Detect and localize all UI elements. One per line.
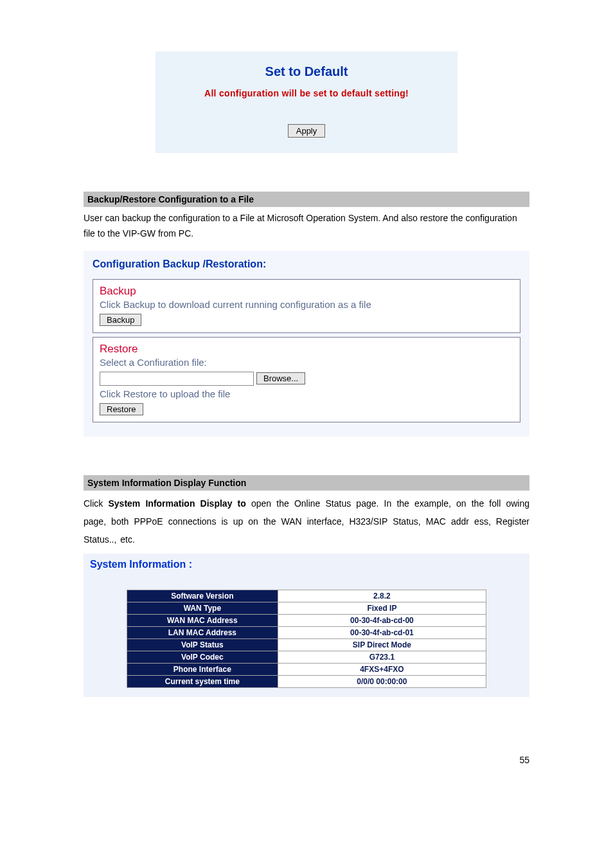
sysinfo-value: SIP Direct Mode xyxy=(278,638,486,651)
set-default-title: Set to Default xyxy=(168,64,445,79)
sysinfo-para-bold: System Information Display to xyxy=(109,498,246,509)
apply-button[interactable]: Apply xyxy=(288,124,326,138)
backup-title: Backup xyxy=(100,285,513,298)
table-row: VoIP CodecG723.1 xyxy=(127,651,486,663)
backup-button[interactable]: Backup xyxy=(100,314,141,326)
sysinfo-value: 4FXS+4FXO xyxy=(278,663,486,675)
sysinfo-key: Current system time xyxy=(127,675,278,687)
backup-restore-paragraph: User can backup the configuration to a F… xyxy=(84,211,529,242)
sysinfo-key: Software Version xyxy=(127,590,278,602)
sysinfo-value: G723.1 xyxy=(278,651,486,663)
sysinfo-key: WAN Type xyxy=(127,602,278,614)
restore-title: Restore xyxy=(100,343,513,356)
sysinfo-para-prefix: Click xyxy=(84,498,109,509)
table-row: WAN TypeFixed IP xyxy=(127,602,486,614)
restore-box: Restore Select a Confiuration file: Brow… xyxy=(93,337,520,422)
sysinfo-key: Phone Interface xyxy=(127,663,278,675)
backup-box: Backup Click Backup to download current … xyxy=(93,279,520,333)
sysinfo-key: LAN MAC Address xyxy=(127,626,278,638)
set-default-panel: Set to Default All configuration will be… xyxy=(155,51,458,153)
browse-button[interactable]: Browse... xyxy=(256,372,305,384)
backup-restore-panel-title: Configuration Backup /Restoration: xyxy=(93,258,520,270)
sysinfo-paragraph: Click System Information Display to open… xyxy=(84,494,529,548)
sysinfo-key: VoIP Status xyxy=(127,638,278,651)
restore-text: Select a Confiuration file: xyxy=(100,357,513,368)
sysinfo-table: Software Version2.8.2WAN TypeFixed IPWAN… xyxy=(127,590,486,688)
sysinfo-key: VoIP Codec xyxy=(127,651,278,663)
backup-restore-heading: Backup/Restore Configuration to a File xyxy=(84,192,529,207)
sysinfo-value: 2.8.2 xyxy=(278,590,486,602)
sysinfo-panel: System Information : Software Version2.8… xyxy=(84,554,529,697)
sysinfo-heading: System Information Display Function xyxy=(84,475,529,491)
table-row: Software Version2.8.2 xyxy=(127,590,486,602)
sysinfo-value: 00-30-4f-ab-cd-00 xyxy=(278,614,486,626)
sysinfo-key: WAN MAC Address xyxy=(127,614,278,626)
backup-restore-panel: Configuration Backup /Restoration: Backu… xyxy=(84,251,529,437)
restore-file-row: Browse... xyxy=(100,372,513,386)
set-default-warning: All configuration will be set to default… xyxy=(168,88,445,98)
table-row: LAN MAC Address00-30-4f-ab-cd-01 xyxy=(127,626,486,638)
backup-text: Click Backup to download current running… xyxy=(100,299,513,310)
table-row: VoIP StatusSIP Direct Mode xyxy=(127,638,486,651)
sysinfo-value: 0/0/0 00:00:00 xyxy=(278,675,486,687)
restore-upload-text: Click Restore to upload the file xyxy=(100,388,513,399)
table-row: WAN MAC Address00-30-4f-ab-cd-00 xyxy=(127,614,486,626)
table-row: Current system time0/0/0 00:00:00 xyxy=(127,675,486,687)
table-row: Phone Interface4FXS+4FXO xyxy=(127,663,486,675)
sysinfo-value: Fixed IP xyxy=(278,602,486,614)
sysinfo-panel-title: System Information : xyxy=(90,559,526,570)
page-number: 55 xyxy=(0,723,613,784)
restore-file-input[interactable] xyxy=(100,372,254,386)
restore-button[interactable]: Restore xyxy=(100,403,143,415)
sysinfo-value: 00-30-4f-ab-cd-01 xyxy=(278,626,486,638)
